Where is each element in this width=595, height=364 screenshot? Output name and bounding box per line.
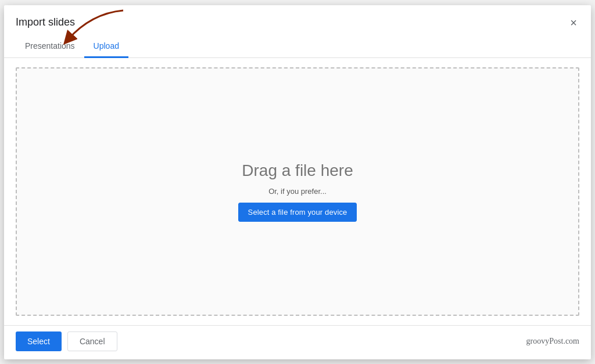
close-button[interactable]: × xyxy=(568,15,579,31)
drag-text: Drag a file here xyxy=(242,161,353,180)
drop-zone-container: Drag a file here Or, if you prefer... Se… xyxy=(4,58,591,325)
footer-actions: Select Cancel xyxy=(16,331,117,351)
select-file-button[interactable]: Select a file from your device xyxy=(238,203,357,222)
tab-presentations[interactable]: Presentations xyxy=(16,35,84,58)
or-text: Or, if you prefer... xyxy=(268,187,327,196)
tabs-row: Presentations Upload xyxy=(4,35,591,58)
dialog-title: Import slides xyxy=(16,16,75,28)
select-button[interactable]: Select xyxy=(16,331,62,351)
cancel-button[interactable]: Cancel xyxy=(67,331,117,351)
dialog-header: Import slides × xyxy=(4,5,591,31)
drop-zone[interactable]: Drag a file here Or, if you prefer... Se… xyxy=(16,67,579,316)
tab-upload[interactable]: Upload xyxy=(84,35,128,58)
import-slides-dialog: Import slides × Presentations Upload Dra… xyxy=(4,5,591,359)
dialog-footer: Select Cancel groovyPost.com xyxy=(4,325,591,359)
watermark: groovyPost.com xyxy=(526,337,579,346)
